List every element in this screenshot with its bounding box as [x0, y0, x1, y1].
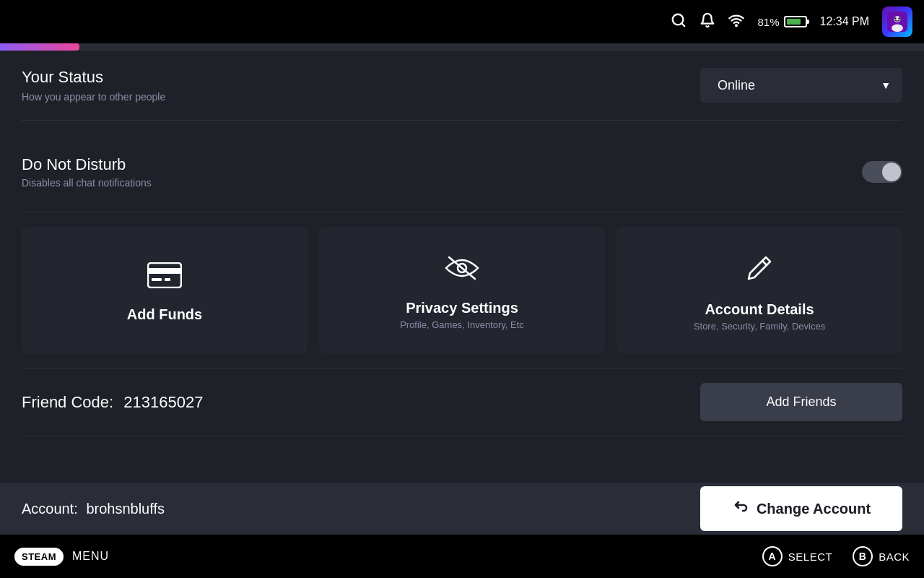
cards-section: Add Funds Privacy Settings Profile, Game… — [22, 212, 902, 368]
dnd-label: Do Not Disturb — [22, 155, 152, 174]
account-text: Account: brohsnbluffs — [22, 501, 165, 517]
top-bar-icons: 81% 12:34 PM — [671, 7, 912, 37]
notification-icon[interactable] — [699, 12, 715, 32]
svg-point-6 — [894, 17, 897, 20]
back-label: BACK — [879, 551, 910, 563]
status-description: How you appear to other people — [22, 91, 165, 103]
change-account-icon — [732, 498, 749, 519]
progress-strip — [0, 43, 924, 51]
friend-code-text: Friend Code: 213165027 — [22, 393, 203, 412]
battery-bar — [784, 16, 807, 27]
eye-slash-icon — [443, 254, 481, 288]
bottom-actions: A SELECT B BACK — [762, 546, 910, 566]
add-funds-card[interactable]: Add Funds — [22, 227, 308, 353]
select-label: SELECT — [788, 551, 832, 563]
svg-rect-10 — [152, 278, 162, 281]
dnd-row: Do Not Disturb Disables all chat notific… — [22, 138, 902, 194]
account-username: brohsnbluffs — [86, 501, 165, 517]
avatar[interactable] — [882, 7, 912, 37]
pencil-icon — [744, 253, 775, 290]
select-action[interactable]: A SELECT — [762, 546, 832, 566]
friend-code-value: 213165027 — [123, 393, 203, 411]
steam-badge[interactable]: STEAM — [14, 548, 64, 566]
svg-rect-8 — [148, 263, 181, 288]
add-funds-title: Add Funds — [127, 306, 202, 323]
friend-code-row: Friend Code: 213165027 Add Friends — [22, 368, 902, 436]
account-label: Account: — [22, 501, 78, 517]
add-friends-button[interactable]: Add Friends — [700, 383, 902, 421]
status-left: Your Status How you appear to other peop… — [22, 68, 165, 103]
account-bar: Account: brohsnbluffs Change Account — [0, 483, 924, 535]
steam-menu: STEAM MENU — [14, 548, 109, 566]
time-display: 12:34 PM — [820, 15, 869, 28]
dnd-left: Do Not Disturb Disables all chat notific… — [22, 155, 152, 189]
account-details-title: Account Details — [705, 301, 814, 318]
dnd-toggle[interactable] — [862, 161, 902, 183]
battery-percent-label: 81% — [757, 16, 779, 28]
dnd-description: Disables all chat notifications — [22, 177, 152, 189]
bottom-bar: STEAM MENU A SELECT B BACK — [0, 535, 924, 578]
svg-line-1 — [682, 23, 685, 26]
change-account-label: Change Account — [757, 501, 871, 517]
status-dropdown[interactable]: Online Away Invisible Offline — [700, 68, 902, 103]
rss-icon[interactable] — [728, 12, 744, 32]
svg-rect-9 — [148, 268, 181, 274]
progress-fill — [0, 43, 79, 51]
status-label: Your Status — [22, 68, 165, 87]
svg-point-2 — [736, 25, 738, 26]
battery-fill — [787, 19, 801, 25]
dnd-section: Do Not Disturb Disables all chat notific… — [22, 121, 902, 212]
friend-code-label: Friend Code: — [22, 393, 113, 411]
svg-point-7 — [898, 17, 900, 20]
search-icon[interactable] — [671, 12, 687, 32]
privacy-settings-title: Privacy Settings — [406, 300, 518, 316]
a-button: A — [762, 546, 783, 566]
top-bar: 81% 12:34 PM — [0, 0, 924, 43]
status-dropdown-wrapper[interactable]: Online Away Invisible Offline ▼ — [700, 68, 902, 103]
svg-rect-11 — [165, 278, 170, 281]
privacy-settings-card[interactable]: Privacy Settings Profile, Games, Invento… — [319, 227, 605, 353]
privacy-settings-subtitle: Profile, Games, Inventory, Etc — [400, 319, 524, 330]
account-details-subtitle: Store, Security, Family, Devices — [694, 321, 825, 332]
change-account-button[interactable]: Change Account — [700, 486, 902, 531]
cards-row: Add Funds Privacy Settings Profile, Game… — [22, 227, 902, 353]
account-details-card[interactable]: Account Details Store, Security, Family,… — [616, 227, 902, 353]
credit-card-icon — [147, 262, 182, 295]
b-button: B — [853, 546, 873, 566]
battery-info: 81% — [757, 16, 806, 28]
back-action[interactable]: B BACK — [853, 546, 910, 566]
status-section: Your Status How you appear to other peop… — [22, 51, 902, 121]
toggle-knob — [882, 163, 901, 181]
svg-point-5 — [892, 25, 903, 33]
svg-line-14 — [762, 261, 767, 265]
status-row: Your Status How you appear to other peop… — [22, 68, 902, 103]
menu-label: MENU — [72, 550, 109, 563]
main-content: Your Status How you appear to other peop… — [0, 51, 924, 535]
